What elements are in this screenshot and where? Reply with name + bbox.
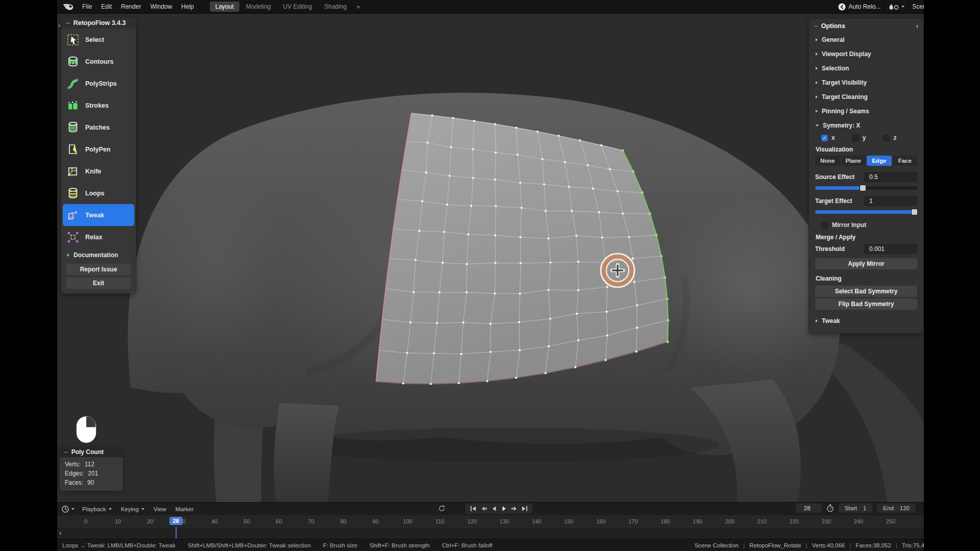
visualization-label: Visualization <box>809 145 923 155</box>
prev-keyframe-button[interactable] <box>479 504 488 513</box>
source-effect-row: Source Effect 0.5 <box>809 167 923 185</box>
tweak-section-label: Tweak <box>822 317 840 324</box>
status-stat: Tris:75,464 <box>902 542 924 548</box>
options-header[interactable]: – Options ‹ <box>809 19 923 33</box>
menu-window[interactable]: Window <box>145 0 177 13</box>
unchecked-checkbox-icon[interactable] <box>883 135 890 141</box>
playback-controls <box>465 504 532 514</box>
flip-bad-symmetry-button[interactable]: Flip Bad Symmetry <box>815 298 917 310</box>
target-effect-field[interactable]: 1 <box>864 196 917 206</box>
report-issue-button[interactable]: Report Issue <box>66 264 131 275</box>
frame-tick: 170 <box>628 518 638 524</box>
jump-to-start-button[interactable] <box>469 504 478 513</box>
poly-count-label: Verts: <box>65 461 81 468</box>
frame-end-field[interactable]: End 120 <box>877 504 916 513</box>
separator: | <box>849 542 851 548</box>
triangle-right-icon <box>67 254 69 257</box>
sidebar-expand-icon[interactable]: › <box>58 21 60 29</box>
add-workspace-button[interactable]: + <box>352 3 364 11</box>
tool-polystrips[interactable]: PolyStrips <box>61 72 136 94</box>
checked-checkbox-icon[interactable]: ✓ <box>821 135 828 141</box>
symmetry-axis-y[interactable]: y <box>852 134 866 141</box>
frame-tick: 180 <box>660 518 670 524</box>
section-target-visibility[interactable]: Target Visibility <box>809 76 923 90</box>
mirror-input-row[interactable]: Mirror Input <box>809 215 923 230</box>
timeline-expand-icon[interactable]: › <box>59 530 61 537</box>
exit-button[interactable]: Exit <box>66 278 131 289</box>
tool-knife[interactable]: Knife <box>61 160 136 182</box>
tool-polypen[interactable]: PolyPen <box>61 138 136 160</box>
editor-type-dropdown[interactable] <box>61 505 78 513</box>
threshold-field[interactable]: 0.001 <box>864 244 917 254</box>
select-bad-symmetry-button[interactable]: Select Bad Symmetry <box>815 286 917 297</box>
section-selection[interactable]: Selection <box>809 61 923 76</box>
top-menu-bar: FileEditRenderWindowHelp LayoutModelingU… <box>57 0 924 14</box>
mirror-input-checkbox[interactable] <box>821 222 828 229</box>
panel-collapse-icon[interactable]: ‹ <box>916 22 918 30</box>
blender-logo-icon[interactable] <box>62 3 76 11</box>
frame-tick: 60 <box>276 518 282 524</box>
section-target-cleaning[interactable]: Target Cleaning <box>809 90 923 104</box>
frame-start-field[interactable]: Start 1 <box>839 504 873 513</box>
timeline-ruler[interactable]: 0102030405060708090100110120130140150160… <box>57 515 924 529</box>
poly-count-header[interactable]: – Poly Count <box>60 447 123 457</box>
section-tweak[interactable]: Tweak <box>809 314 923 328</box>
retopoflow-panel-header[interactable]: – RetopoFlow 3.4.3 <box>61 17 136 29</box>
section-viewport-display[interactable]: Viewport Display <box>809 47 923 61</box>
next-keyframe-button[interactable] <box>510 504 519 513</box>
scene-selector[interactable]: Scer <box>912 3 924 10</box>
tool-loops[interactable]: Loops <box>61 182 136 204</box>
workspace-tab-uv-editing[interactable]: UV Editing <box>278 2 318 12</box>
tool-select[interactable]: Select <box>61 29 136 51</box>
tool-contours[interactable]: Contours <box>61 51 136 72</box>
current-frame-field[interactable]: 28 <box>796 504 822 513</box>
play-button[interactable] <box>500 504 508 513</box>
jump-to-end-button[interactable] <box>520 504 529 513</box>
playhead-line[interactable] <box>176 527 177 539</box>
workspace-tab-shading[interactable]: Shading <box>318 2 352 12</box>
frame-tick: 90 <box>373 518 379 524</box>
menu-edit[interactable]: Edit <box>96 0 116 13</box>
tool-patches[interactable]: Patches <box>61 116 136 138</box>
source-effect-field[interactable]: 0.5 <box>864 172 917 182</box>
tool-strokes[interactable]: Strokes <box>61 94 136 116</box>
timeline-menu-view[interactable]: View <box>149 506 171 512</box>
section-pinning-seams[interactable]: Pinning / Seams <box>809 104 923 118</box>
menu-file[interactable]: File <box>78 0 96 13</box>
timeline-menu-marker[interactable]: Marker <box>171 506 199 512</box>
viewport-shading-dropdown[interactable] <box>888 3 904 10</box>
source-effect-slider[interactable] <box>809 185 923 191</box>
refresh-icon[interactable] <box>438 505 446 514</box>
play-reverse-button[interactable] <box>489 504 498 513</box>
workspace-tab-layout[interactable]: Layout <box>210 2 239 12</box>
viewport-3d[interactable] <box>57 14 924 502</box>
frame-tick: 240 <box>854 518 863 524</box>
clock-icon <box>61 505 69 513</box>
tool-tweak[interactable]: Tweak <box>63 204 134 226</box>
section-general[interactable]: General <box>809 33 923 47</box>
status-hint: Shift+LMB/Shift+LMB+Double: Tweak select… <box>188 542 311 548</box>
playhead-frame-badge[interactable]: 28 <box>169 517 182 525</box>
timeline-menu-keying[interactable]: Keying <box>116 506 149 512</box>
timeline-menu-playback[interactable]: Playback <box>78 506 116 512</box>
auto-reload-button[interactable]: Auto Relo... <box>838 3 881 11</box>
apply-mirror-button[interactable]: Apply Mirror <box>815 258 917 269</box>
threshold-row: Threshold 0.001 <box>809 243 923 257</box>
menu-help[interactable]: Help <box>177 0 199 13</box>
symmetry-axis-z[interactable]: z <box>883 134 896 141</box>
visualization-none-button[interactable]: None <box>815 156 840 166</box>
visualization-face-button[interactable]: Face <box>893 156 918 166</box>
workspace-tab-modeling[interactable]: Modeling <box>240 2 277 12</box>
symmetry-axis-x[interactable]: ✓x <box>821 134 835 141</box>
tool-relax[interactable]: Relax <box>61 226 136 248</box>
stopwatch-icon[interactable] <box>826 504 834 512</box>
visualization-plane-button[interactable]: Plane <box>841 156 866 166</box>
documentation-row[interactable]: Documentation <box>61 248 136 261</box>
section-symmetry[interactable]: Symmetry: X <box>809 118 923 133</box>
mirror-input-label: Mirror Input <box>832 221 866 229</box>
unchecked-checkbox-icon[interactable] <box>852 135 859 141</box>
timeline-track-area[interactable] <box>57 529 924 539</box>
menu-render[interactable]: Render <box>116 0 145 13</box>
target-effect-slider[interactable] <box>809 209 923 215</box>
visualization-edge-button[interactable]: Edge <box>867 156 892 166</box>
